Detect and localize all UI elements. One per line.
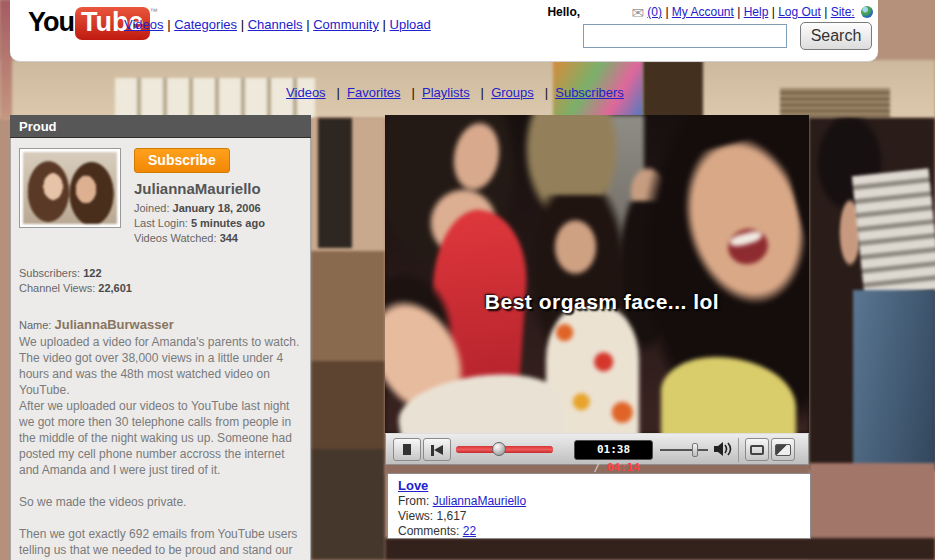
video-views-line: Views: 1,617	[398, 509, 800, 524]
player-controls: 01:38 / 04:14	[385, 433, 809, 465]
background-floor	[385, 538, 935, 560]
nav-videos[interactable]: Videos	[124, 17, 164, 32]
nav-categories[interactable]: Categories	[174, 17, 237, 32]
help-link[interactable]: Help	[744, 5, 769, 19]
stat-label: Joined:	[134, 202, 169, 214]
stat-label: Videos Watched:	[134, 232, 217, 244]
channel-tab-playlists[interactable]: Playlists	[422, 85, 470, 100]
profile-info: Subscribe JuliannaMauriello Joined: Janu…	[134, 148, 302, 246]
from-label: From:	[398, 494, 429, 508]
nav-upload[interactable]: Upload	[390, 17, 431, 32]
description-paragraph: So we made the videos private.	[19, 494, 302, 510]
video-player: Best orgasm face... lol 01:38 / 04:14	[385, 115, 809, 465]
avatar-photo	[23, 152, 117, 224]
search-area: Search	[583, 22, 872, 50]
channel-sidebar: Proud Subscribe JuliannaMauriello Joined…	[10, 115, 311, 560]
theater-size-icon	[775, 444, 791, 456]
channel-tab-videos[interactable]: Videos	[286, 85, 326, 100]
hello-label: Hello,	[547, 5, 580, 19]
nav-community[interactable]: Community	[313, 17, 379, 32]
channel-tab-favorites[interactable]: Favorites	[347, 85, 400, 100]
search-input[interactable]	[583, 24, 787, 48]
time-display: 01:38 / 04:14	[574, 440, 653, 460]
name-label: Name:	[19, 319, 51, 331]
time-current: 01:38	[597, 443, 630, 456]
channel-nav: Videos Favorites Playlists Groups Subscr…	[0, 85, 910, 100]
nav-channels[interactable]: Channels	[248, 17, 303, 32]
stat-channel-views: Channel Views: 22,601	[19, 281, 302, 296]
search-button[interactable]: Search	[800, 22, 872, 50]
comments-label: Comments:	[398, 524, 459, 538]
stat-label: Channel Views:	[19, 282, 95, 294]
channel-tab-subscribers[interactable]: Subscribers	[555, 85, 624, 100]
volume-handle[interactable]	[692, 443, 698, 457]
site-header: YouTube™ Videos Categories Channels Comm…	[10, 0, 878, 62]
video-from-line: From: JuliannaMauriello	[398, 494, 800, 509]
envelope-icon[interactable]: ✉	[631, 4, 644, 21]
logo-you: You	[28, 7, 74, 37]
channel-username: JuliannaMauriello	[134, 180, 302, 197]
pause-button[interactable]	[393, 438, 421, 461]
main-nav: Videos Categories Channels Community Upl…	[124, 17, 431, 32]
inbox-count-link[interactable]: (0)	[647, 5, 662, 19]
volume-icon[interactable]	[713, 441, 733, 461]
stat-value: 344	[220, 232, 238, 244]
controls-divider	[738, 438, 739, 462]
pause-icon	[403, 444, 411, 455]
normal-size-icon	[750, 445, 764, 455]
subscribe-button[interactable]: Subscribe	[134, 148, 230, 173]
stat-label: Last Login:	[134, 217, 188, 229]
display-normal-button[interactable]	[745, 438, 769, 461]
display-theater-button[interactable]	[771, 438, 795, 461]
video-still-art	[550, 214, 601, 281]
comments-link[interactable]: 22	[463, 524, 476, 538]
name-value: JuliannaBurwasser	[54, 317, 173, 332]
video-comments-line: Comments: 22	[398, 524, 800, 539]
views-label: Views:	[398, 509, 433, 523]
stat-value: 122	[83, 267, 101, 279]
background-striped-shirt	[852, 168, 935, 297]
channel-avatar[interactable]	[19, 148, 121, 228]
uploader-link[interactable]: JuliannaMauriello	[433, 494, 526, 508]
stat-last-login: Last Login: 5 minutes ago	[134, 216, 302, 231]
volume-track	[660, 449, 708, 451]
site-link[interactable]: Site:	[831, 5, 855, 19]
profile-row: Subscribe JuliannaMauriello Joined: Janu…	[19, 148, 302, 246]
stat-value: 5 minutes ago	[191, 217, 265, 229]
globe-icon[interactable]	[861, 6, 873, 18]
channel-tab-groups[interactable]: Groups	[491, 85, 534, 100]
video-title-link[interactable]: Love	[398, 478, 428, 493]
volume-slider[interactable]	[660, 442, 708, 458]
skip-back-icon	[431, 445, 443, 456]
stat-label: Subscribers:	[19, 267, 80, 279]
channel-profile: Subscribe JuliannaMauriello Joined: Janu…	[10, 138, 311, 560]
logo-tm: ™	[150, 7, 158, 16]
background-jeans	[853, 290, 935, 468]
background-window	[318, 118, 352, 248]
stat-joined: Joined: January 18, 2006	[134, 201, 302, 216]
views-value: 1,617	[436, 509, 466, 523]
video-frame[interactable]: Best orgasm face... lol	[385, 115, 809, 433]
stat-subscribers: Subscribers: 122	[19, 266, 302, 281]
stat-videos-watched: Videos Watched: 344	[134, 231, 302, 246]
skip-back-button[interactable]	[423, 438, 451, 461]
channel-title: Proud	[10, 115, 311, 138]
channel-stats: Subscribers: 122 Channel Views: 22,601	[19, 266, 302, 296]
description-paragraph: After we uploaded our videos to YouTube …	[19, 398, 302, 478]
video-caption: Best orgasm face... lol	[395, 290, 809, 314]
seek-bar[interactable]	[456, 446, 553, 453]
description-paragraph: Then we got exactly 692 emails from YouT…	[19, 526, 302, 560]
channel-description: We uploaded a video for Amanda's parents…	[19, 334, 302, 560]
stat-value: 22,601	[98, 282, 132, 294]
log-out-link[interactable]: Log Out	[778, 5, 821, 19]
owner-name-line: Name: JuliannaBurwasser	[19, 317, 302, 332]
video-still	[385, 115, 809, 433]
stat-value: January 18, 2006	[173, 202, 261, 214]
my-account-link[interactable]: My Account	[672, 5, 734, 19]
description-paragraph: We uploaded a video for Amanda's parents…	[19, 334, 302, 398]
seek-handle[interactable]	[492, 442, 506, 456]
youtube-channel-page: YouTube™ Videos Categories Channels Comm…	[0, 0, 935, 560]
video-info-box: Love From: JuliannaMauriello Views: 1,61…	[387, 473, 811, 539]
account-bar: Hello, ✉ (0) My Account Help Log Out Sit…	[547, 4, 873, 22]
